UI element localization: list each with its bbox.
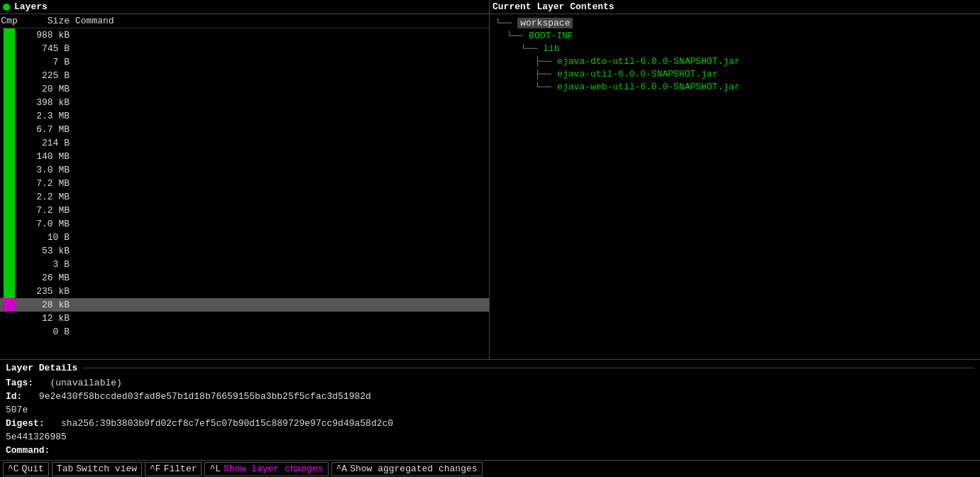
tree-connector-icon: └── <box>507 31 529 41</box>
layer-cmp-indicator <box>0 96 18 109</box>
digest-row: Digest: sha256:39b3803b9fd02cf8c7ef5c07b… <box>6 417 974 430</box>
layer-size: 26 MB <box>18 273 75 283</box>
layer-row[interactable]: 10 B <box>0 231 489 244</box>
quit-key: ^C <box>8 464 19 474</box>
digest-label: Digest: <box>6 418 45 429</box>
layer-size: 3.0 MB <box>18 165 75 175</box>
layers-list[interactable]: 988 kB745 B7 B225 B20 MB398 kB2.3 MB6.7 … <box>0 28 489 359</box>
detail-title: Layer Details <box>6 363 77 373</box>
layer-row[interactable]: 7.0 MB <box>0 217 489 231</box>
layer-row[interactable]: 26 MB <box>0 271 489 285</box>
layer-cmp-indicator <box>0 204 18 217</box>
layer-size: 3 B <box>18 259 75 270</box>
tree-item: └── lib <box>495 43 974 55</box>
layer-size: 7.0 MB <box>18 219 75 229</box>
tags-row: Tags: (unavailable) <box>6 376 974 390</box>
tree-item-label: lib <box>543 43 559 54</box>
command-row: Command: <box>6 444 974 457</box>
layer-cmp-indicator <box>0 244 18 258</box>
filter-key: ^F <box>150 464 161 474</box>
layer-row[interactable]: 20 MB <box>0 82 489 96</box>
tags-value <box>39 378 45 388</box>
layer-row[interactable]: 3 B <box>0 258 489 271</box>
layer-row[interactable]: 398 kB <box>0 96 489 109</box>
show-layer-changes-button[interactable]: ^L Show layer changes <box>204 462 328 476</box>
layer-row[interactable]: 2.2 MB <box>0 190 489 204</box>
layer-size: 20 MB <box>18 84 75 94</box>
tree-connector-icon: └── <box>521 43 543 54</box>
switch-view-button[interactable]: Tab Switch view <box>52 462 142 476</box>
top-panels: Layers Cmp Size Command 988 kB745 B7 B22… <box>0 0 980 359</box>
layer-row[interactable]: 140 MB <box>0 150 489 163</box>
digest-value-text: sha256:39b3803b9fd02cf8c7ef5c07b90d15c88… <box>61 418 393 429</box>
layer-changes-key: ^L <box>209 464 221 474</box>
layer-size: 10 B <box>18 232 75 243</box>
tree-item-label: BOOT-INF <box>529 31 573 41</box>
quit-button[interactable]: ^C Quit <box>3 462 49 476</box>
digest-row2: 5e441326985 <box>6 430 974 444</box>
layer-row[interactable]: 12 kB <box>0 312 489 325</box>
layer-row[interactable]: 7.2 MB <box>0 177 489 190</box>
layer-changes-label: Show layer changes <box>224 464 323 474</box>
layer-cmp-indicator <box>0 109 18 123</box>
layers-dot-icon <box>3 4 10 11</box>
layer-size: 7 B <box>18 57 75 67</box>
layer-row[interactable]: 235 kB <box>0 285 489 298</box>
show-aggregated-button[interactable]: ^A Show aggregated changes <box>331 462 483 476</box>
layer-cmp-indicator <box>0 123 18 136</box>
layer-size: 12 kB <box>18 313 75 324</box>
layer-row[interactable]: 53 kB <box>0 244 489 258</box>
layer-row[interactable]: 0 B <box>0 325 489 339</box>
id-value2: 507e <box>6 405 28 415</box>
tree-item-label: ejava-dto-util-6.0.0-SNAPSHOT.jar <box>557 56 739 67</box>
layer-row[interactable]: 3.0 MB <box>0 163 489 177</box>
layer-row[interactable]: 7.2 MB <box>0 204 489 217</box>
layer-row[interactable]: 214 B <box>0 136 489 150</box>
layer-cmp-indicator <box>0 177 18 190</box>
contents-body: └── workspace └── BOOT-INF└── lib├── eja… <box>490 14 980 359</box>
layer-size: 0 B <box>18 327 75 337</box>
id-value <box>28 391 33 402</box>
layer-row[interactable]: 2.3 MB <box>0 109 489 123</box>
layer-size: 6.7 MB <box>18 124 75 135</box>
tree-item: ├── ejava-dto-util-6.0.0-SNAPSHOT.jar <box>495 55 974 68</box>
layer-cmp-indicator <box>0 42 18 55</box>
id-value-text: 9e2e430f58bccded03fad8e57b1d18b76659155b… <box>39 391 371 402</box>
layer-size: 28 kB <box>18 300 75 310</box>
layer-size: 214 B <box>18 138 75 148</box>
layer-size: 7.2 MB <box>18 205 75 216</box>
id-row2: 507e <box>6 403 974 417</box>
layer-cmp-indicator <box>0 217 18 231</box>
layer-row[interactable]: 7 B <box>0 55 489 69</box>
col-cmp-header: Cmp <box>0 16 18 26</box>
tree-connector-icon: └── <box>535 82 557 92</box>
command-label: Command: <box>6 445 50 456</box>
layer-row[interactable]: 6.7 MB <box>0 123 489 136</box>
tree-root-icon: └── <box>495 18 512 28</box>
layer-size: 2.3 MB <box>18 111 75 121</box>
status-bar: ^C Quit Tab Switch view ^F Filter ^L Sho… <box>0 460 980 477</box>
layer-cmp-indicator <box>0 271 18 285</box>
layers-header: Layers <box>0 0 489 14</box>
filter-button[interactable]: ^F Filter <box>145 462 202 476</box>
layers-column-headers: Cmp Size Command <box>0 14 489 28</box>
layer-row[interactable]: 988 kB <box>0 28 489 42</box>
layer-cmp-indicator <box>0 258 18 271</box>
layer-size: 398 kB <box>18 97 75 108</box>
tree-item: └── BOOT-INF <box>495 30 974 43</box>
layer-row[interactable]: 745 B <box>0 42 489 55</box>
tree-item: ├── ejava-util-6.0.0-SNAPSHOT.jar <box>495 68 974 81</box>
layer-cmp-indicator <box>0 163 18 177</box>
layer-row[interactable]: 28 kB <box>0 298 489 312</box>
main-container: Layers Cmp Size Command 988 kB745 B7 B22… <box>0 0 980 477</box>
layer-row[interactable]: 225 B <box>0 69 489 82</box>
aggregated-key: ^A <box>336 464 348 474</box>
layer-size: 7.2 MB <box>18 178 75 189</box>
workspace-label: workspace <box>517 18 573 28</box>
layer-cmp-indicator <box>0 231 18 244</box>
layers-panel: Layers Cmp Size Command 988 kB745 B7 B22… <box>0 0 490 359</box>
layer-size: 235 kB <box>18 286 75 297</box>
layer-cmp-indicator <box>0 285 18 298</box>
layer-size: 53 kB <box>18 246 75 256</box>
layer-size: 2.2 MB <box>18 192 75 202</box>
